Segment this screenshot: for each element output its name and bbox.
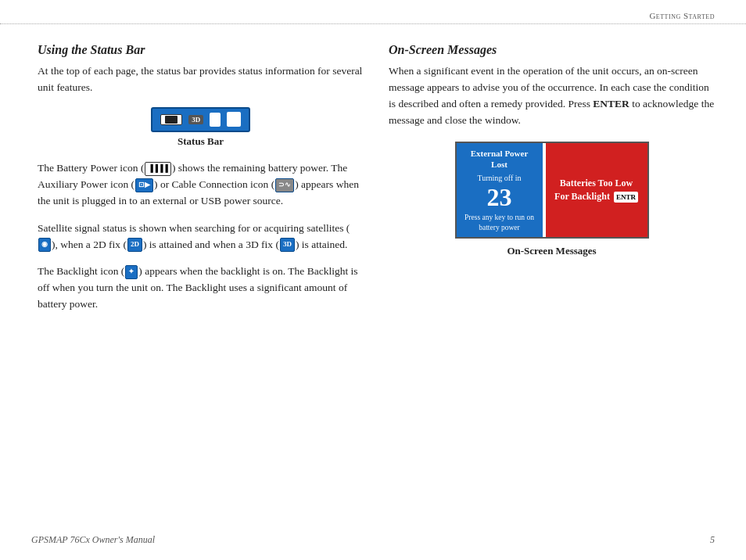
msg-right-text: Batteries Too Low For Backlight ENTR: [554, 177, 640, 203]
msg-title: External Power Lost: [464, 148, 535, 171]
left-column: Using the Status Bar At the top of each …: [38, 43, 364, 324]
onscreen-msg-container: External Power Lost Turning off in 23 Pr…: [389, 142, 715, 239]
left-section-title: Using the Status Bar: [38, 43, 364, 57]
msg-countdown: 23: [464, 185, 535, 210]
right-section-title: On-Screen Messages: [389, 43, 715, 57]
msg-box-wrapper: External Power Lost Turning off in 23 Pr…: [455, 142, 649, 239]
entr-badge: ENTR: [614, 192, 638, 203]
msg-press-any: Press any key to run on battery power: [464, 213, 535, 232]
light-icon: ✦: [227, 112, 241, 127]
inline-cable-icon: ⊃∿: [275, 178, 294, 192]
page-footer: GPSMAP 76Cx Owner's Manual 5: [0, 534, 746, 546]
inline-sat-searching-icon: ◉: [38, 238, 51, 252]
inline-2d-icon: 2D: [127, 238, 142, 252]
msg-turning-off: Turning off in: [464, 173, 535, 183]
content-area: Using the Status Bar At the top of each …: [0, 24, 746, 339]
battery-icon: [160, 114, 182, 125]
left-para3: Satellite signal status is shown when se…: [38, 221, 364, 253]
msg-left-panel: External Power Lost Turning off in 23 Pr…: [457, 143, 543, 237]
right-para1: When a significant event in the operatio…: [389, 63, 715, 129]
status-bar-label: Status Bar: [38, 135, 364, 148]
footer-right: 5: [710, 534, 715, 546]
left-para4: The Backlight icon (✦) appears when the …: [38, 264, 364, 313]
footer-left: GPSMAP 76Cx Owner's Manual: [31, 534, 155, 546]
header-text: Getting Started: [649, 11, 715, 20]
inline-battery-icon: ▐▐▐▐: [145, 162, 171, 176]
page-header: Getting Started: [0, 0, 746, 24]
onscreen-caption: On-Screen Messages: [389, 245, 715, 257]
enter-keyword: ENTER: [593, 98, 629, 109]
inline-aux-icon: ⊡▶: [135, 178, 153, 192]
status-bar-container: 3D ≈ ✦ Status Bar: [38, 107, 364, 148]
right-column: On-Screen Messages When a significant ev…: [389, 43, 715, 324]
left-para1: At the top of each page, the status bar …: [38, 63, 364, 96]
inline-3d-icon: 3D: [280, 238, 295, 252]
msg-right-panel: Batteries Too Low For Backlight ENTR: [546, 143, 647, 237]
left-para2: The Battery Power icon (▐▐▐▐) shows the …: [38, 160, 364, 210]
inline-backlight-icon: ✦: [125, 265, 138, 279]
wave-icon: ≈: [210, 113, 221, 127]
gps-3d-icon: 3D: [188, 115, 203, 124]
status-bar-image: 3D ≈ ✦: [151, 107, 250, 132]
